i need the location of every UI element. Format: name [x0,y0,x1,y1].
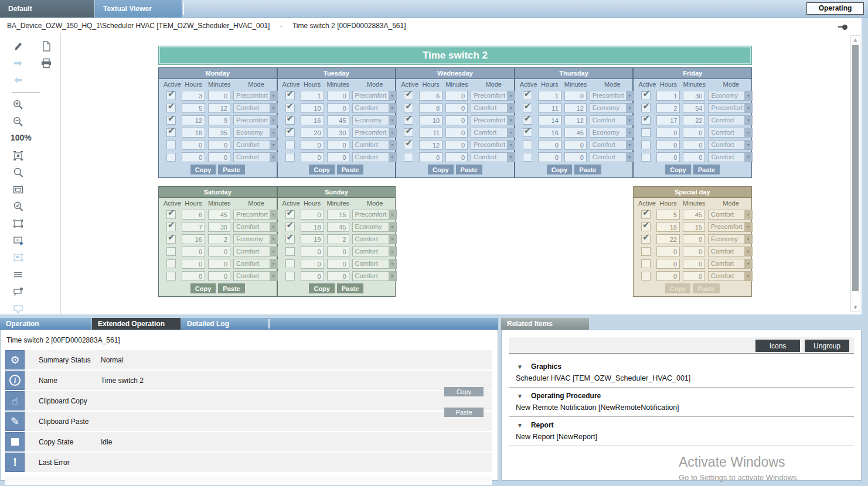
copy-button[interactable]: Copy [190,283,216,293]
active-checkbox[interactable]: ✔ [285,247,295,256]
minutes-input[interactable] [445,128,468,138]
window-icon[interactable] [12,183,25,196]
minutes-input[interactable] [327,103,349,113]
vertical-scrollbar[interactable]: ▲ ▼ [850,35,860,312]
mode-select[interactable]: Precomfort ▼ [471,140,515,150]
scrollbar-thumb[interactable] [852,45,859,291]
active-checkbox[interactable]: ✔ [285,141,295,149]
active-checkbox[interactable]: ✔ [166,141,176,149]
pin-icon[interactable] [838,25,847,29]
tab-related-items[interactable]: Related Items [501,318,589,330]
minutes-input[interactable] [208,91,230,101]
mode-select[interactable]: Comfort ▼ [471,128,515,138]
active-checkbox[interactable]: ✔ [166,91,176,100]
minutes-input[interactable] [327,91,349,101]
mode-select[interactable]: Economy ▼ [590,128,634,138]
minutes-input[interactable] [445,115,468,125]
paste-button[interactable]: Paste [337,283,363,293]
tab-default[interactable]: Default [0,0,94,18]
active-checkbox[interactable]: ✔ [285,272,295,280]
hours-input[interactable] [419,128,442,138]
active-checkbox[interactable]: ✔ [641,247,651,256]
minutes-input[interactable] [208,222,230,232]
active-checkbox[interactable]: ✔ [285,259,295,268]
mode-select[interactable]: Comfort ▼ [233,247,278,256]
minutes-input[interactable] [208,234,230,244]
hours-input[interactable] [656,115,680,125]
related-item-link[interactable]: New Report [NewReport] [509,432,854,446]
related-item-link[interactable]: Scheduler HVAC [TEM_OZW_Scheduler_HVAC_0… [509,374,854,388]
hours-input[interactable] [182,152,205,162]
active-checkbox[interactable]: ✔ [523,153,532,162]
minutes-input[interactable] [683,247,705,256]
active-checkbox[interactable]: ✔ [641,272,651,280]
active-checkbox[interactable]: ✔ [523,91,532,100]
hours-input[interactable] [538,115,561,125]
copy-button[interactable]: Copy [309,283,335,293]
ungroup-button[interactable]: Ungroup [805,340,849,352]
active-checkbox[interactable]: ✔ [641,210,651,219]
minutes-input[interactable] [564,140,587,150]
hours-input[interactable] [656,91,680,101]
active-checkbox[interactable]: ✔ [285,153,295,162]
minutes-input[interactable] [327,234,349,244]
mode-select[interactable]: Comfort ▼ [708,115,753,125]
minutes-input[interactable] [208,103,230,113]
hours-input[interactable] [301,152,324,162]
minutes-input[interactable] [208,259,230,269]
active-checkbox[interactable]: ✔ [404,91,413,100]
mode-select[interactable]: Precomfort ▼ [471,91,515,101]
minutes-input[interactable] [327,222,349,232]
active-checkbox[interactable]: ✔ [523,128,532,137]
hours-input[interactable] [419,91,442,101]
mode-select[interactable]: Comfort ▼ [708,210,753,220]
active-checkbox[interactable]: ✔ [166,259,176,268]
minutes-input[interactable] [327,140,349,150]
minutes-input[interactable] [445,91,468,101]
hours-input[interactable] [182,115,205,125]
tab-detailed-log[interactable]: Detailed Log [181,318,267,330]
hours-input[interactable] [301,103,324,113]
minutes-input[interactable] [327,152,349,162]
hours-input[interactable] [656,152,680,162]
active-checkbox[interactable]: ✔ [523,116,532,125]
mode-select[interactable]: Comfort ▼ [708,140,753,150]
active-checkbox[interactable]: ✔ [166,153,176,162]
active-checkbox[interactable]: ✔ [166,128,176,137]
minutes-input[interactable] [683,234,705,244]
minutes-input[interactable] [208,115,230,125]
mode-select[interactable]: Comfort ▼ [708,271,753,281]
minutes-input[interactable] [445,103,468,113]
hours-input[interactable] [538,128,561,138]
minutes-input[interactable] [564,91,587,101]
mode-select[interactable]: Comfort ▼ [590,140,634,150]
minutes-input[interactable] [327,210,349,220]
active-checkbox[interactable]: ✔ [523,104,532,112]
hours-input[interactable] [538,91,561,101]
hours-input[interactable] [182,210,205,220]
hours-input[interactable] [419,115,442,125]
active-checkbox[interactable]: ✔ [285,91,295,100]
mode-select[interactable]: Comfort ▼ [352,247,397,256]
edit-pen-icon[interactable] [12,40,25,53]
mode-select[interactable]: Comfort ▼ [233,222,278,232]
hours-input[interactable] [656,247,680,256]
active-checkbox[interactable]: ✔ [166,116,176,125]
mode-select[interactable]: Economy ▼ [352,222,397,232]
zoom-out-icon[interactable] [12,115,25,128]
mode-select[interactable]: Comfort ▼ [233,259,278,269]
tab-operation[interactable]: Operation [0,318,91,330]
active-checkbox[interactable]: ✔ [641,153,651,162]
related-item-link[interactable]: New Remote Notification [NewRemoteNotifi… [509,403,854,417]
minutes-input[interactable] [564,115,587,125]
mode-select[interactable]: Economy ▼ [233,128,278,138]
active-checkbox[interactable]: ✔ [523,141,532,149]
hours-input[interactable] [182,222,205,232]
hours-input[interactable] [301,210,324,220]
hours-input[interactable] [301,234,324,244]
hours-input[interactable] [656,234,680,244]
minutes-input[interactable] [683,115,705,125]
mode-select[interactable]: Economy ▼ [352,115,397,125]
minutes-input[interactable] [208,152,230,162]
hours-input[interactable] [182,128,205,138]
